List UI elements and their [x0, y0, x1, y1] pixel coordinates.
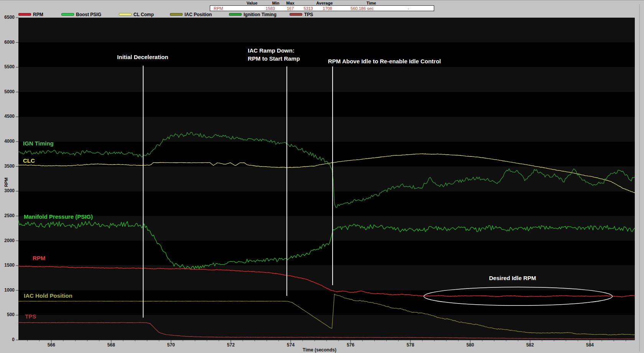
annotation-rpm-above-idle: RPM Above Idle to Re-enable Idle Control: [328, 57, 441, 65]
plot-band: [18, 18, 635, 43]
y-tick-label: 5500: [2, 64, 15, 69]
chart-area[interactable]: [0, 0, 644, 353]
series-label-rpm: RPM: [33, 255, 45, 261]
annotation-iac-ramp-down: IAC Ramp Down: RPM to Start Ramp: [248, 46, 300, 63]
plot-band: [18, 290, 635, 315]
y-tick-label: 2000: [2, 238, 15, 243]
y-tick-label: 1500: [2, 262, 15, 268]
plot-band: [18, 92, 635, 117]
x-tick-label: 572: [222, 342, 239, 348]
plot-band: [18, 315, 635, 340]
y-tick-label: 6500: [2, 15, 15, 20]
series-label-ign-timing: IGN Timing: [23, 140, 54, 147]
series-label-manifold-pressure: Manifold Pressure (PSIG): [24, 213, 93, 220]
series-label-iac-hold: IAC Hold Position: [24, 292, 72, 299]
x-tick-label: 580: [462, 342, 479, 348]
plot-band: [18, 117, 635, 142]
y-tick-label: 3000: [2, 188, 15, 193]
plot-band: [18, 67, 635, 92]
x-axis-title: Time (seconds): [298, 347, 341, 353]
y-tick-label: 5000: [2, 89, 15, 94]
y-tick-label: 500: [2, 312, 15, 317]
y-tick-label: 2500: [2, 213, 15, 218]
x-tick-label: 566: [43, 342, 60, 348]
x-tick-label: 570: [163, 342, 180, 348]
y-tick-label: 0: [2, 337, 15, 342]
plot-band: [18, 142, 635, 167]
series-label-clc: CLC: [23, 157, 35, 164]
y-tick-label: 4500: [2, 114, 15, 119]
annotation-iac-ramp-line2: RPM to Start Ramp: [248, 54, 300, 63]
x-tick-label: 584: [581, 342, 598, 348]
y-tick-label: 6000: [2, 40, 15, 45]
plot-band: [18, 167, 635, 191]
x-tick-label: 578: [402, 342, 419, 348]
plot-band: [18, 43, 635, 68]
annotation-desired-idle-rpm: Desired Idle RPM: [489, 274, 536, 282]
plot-band: [18, 216, 635, 241]
datalog-window: Value Min Max Average Time RPM 1583 167 …: [0, 0, 644, 353]
y-tick-label: 4000: [2, 139, 15, 144]
y-tick-label: 1000: [2, 287, 15, 293]
annotation-iac-ramp-line1: IAC Ramp Down:: [248, 46, 300, 54]
plot-band: [18, 241, 635, 266]
annotation-initial-deceleration: Initial Deceleration: [117, 53, 168, 61]
y-tick-label: 3500: [2, 163, 15, 169]
x-tick-label: 574: [282, 342, 299, 348]
series-label-tps: TPS: [25, 313, 36, 320]
plot-band: [18, 191, 635, 216]
x-tick-label: 568: [103, 342, 120, 348]
x-tick-label: 576: [342, 342, 359, 348]
x-tick-label: 582: [522, 342, 539, 348]
plot-band: [18, 266, 635, 290]
